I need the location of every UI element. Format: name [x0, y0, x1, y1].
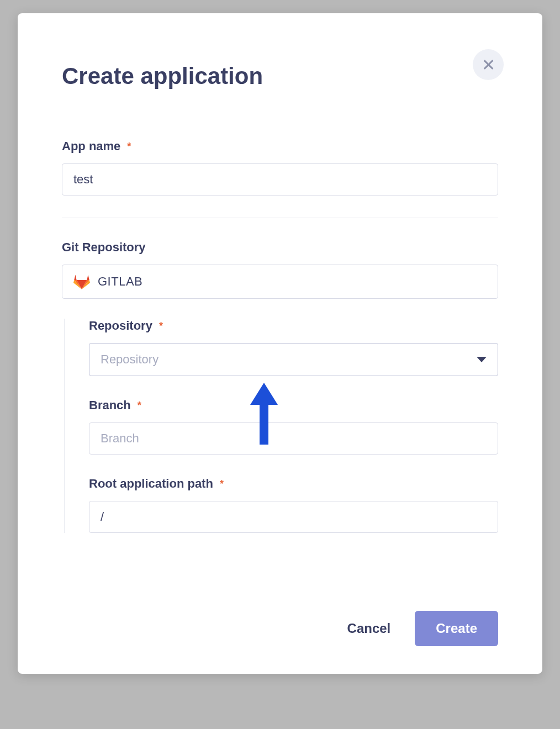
root-path-input[interactable]: [89, 501, 498, 533]
modal-footer: Cancel Create: [62, 594, 498, 646]
repository-label: Repository *: [89, 319, 498, 333]
required-indicator: *: [159, 320, 163, 332]
branch-input[interactable]: [89, 422, 498, 455]
cancel-button[interactable]: Cancel: [347, 621, 391, 636]
root-path-field-group: Root application path *: [89, 477, 498, 533]
create-application-modal: ✕ Create application App name * Git Repo…: [18, 13, 542, 674]
git-provider-select[interactable]: GITLAB: [62, 265, 498, 299]
root-path-label: Root application path *: [89, 477, 498, 491]
git-repository-label: Git Repository: [62, 240, 498, 255]
repository-placeholder: Repository: [101, 352, 159, 367]
divider: [62, 218, 498, 218]
gitlab-icon: [73, 273, 90, 290]
create-button[interactable]: Create: [415, 611, 498, 646]
chevron-down-icon: [477, 357, 487, 362]
app-name-label: App name *: [62, 139, 498, 154]
app-name-field-group: App name *: [62, 139, 498, 196]
repository-nested-section: Repository * Repository Branch * Root ap…: [64, 319, 498, 533]
close-button[interactable]: ✕: [473, 49, 504, 80]
git-repository-section: Git Repository GITLAB Repository * Re: [62, 240, 498, 533]
repository-select[interactable]: Repository: [89, 343, 498, 376]
close-icon: ✕: [482, 55, 495, 75]
branch-label: Branch *: [89, 398, 498, 413]
repository-field-group: Repository * Repository: [89, 319, 498, 376]
provider-name: GITLAB: [98, 274, 142, 289]
required-indicator: *: [220, 478, 224, 490]
required-indicator: *: [138, 400, 141, 411]
branch-field-group: Branch *: [89, 398, 498, 455]
modal-title: Create application: [62, 63, 498, 89]
required-indicator: *: [127, 141, 131, 152]
app-name-input[interactable]: [62, 163, 498, 196]
